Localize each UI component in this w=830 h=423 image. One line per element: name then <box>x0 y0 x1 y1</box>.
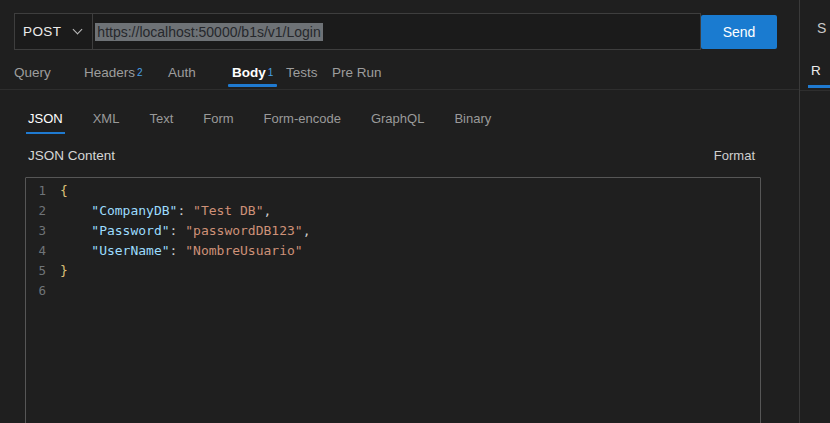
code-line: 6 <box>26 281 760 301</box>
url-input[interactable]: https://localhost:50000/b1s/v1/Login <box>93 14 700 49</box>
tab-label: Tests <box>286 65 318 80</box>
response-panel-separator <box>800 90 830 91</box>
content-header-row: JSON Content Format <box>28 146 755 164</box>
rest-client-window: POST https://localhost:50000/b1s/v1/Logi… <box>0 0 830 423</box>
tab-badge: 1 <box>268 67 274 78</box>
tab-label: Pre Run <box>332 65 382 80</box>
subtab-json[interactable]: JSON <box>28 105 63 131</box>
code-text: { <box>60 181 68 201</box>
code-text: "UserName": "NombreUsuario" <box>60 241 303 261</box>
tab-headers[interactable]: Headers2 <box>84 55 143 89</box>
tab-badge: 2 <box>137 67 143 78</box>
line-number: 2 <box>26 201 60 221</box>
response-tab[interactable]: R <box>811 63 821 78</box>
code-line: 2 "CompanyDB": "Test DB", <box>26 201 760 221</box>
response-panel: S R <box>800 0 830 423</box>
tab-auth[interactable]: Auth <box>168 55 196 89</box>
body-type-tabs: JSONXMLTextFormForm-encodeGraphQLBinary <box>28 105 491 131</box>
tab-pre-run[interactable]: Pre Run <box>332 55 382 89</box>
response-tab-underline <box>808 85 830 88</box>
url-text: https://localhost:50000/b1s/v1/Login <box>95 23 322 41</box>
line-number: 4 <box>26 241 60 261</box>
tab-body[interactable]: Body1 <box>232 55 273 89</box>
send-button[interactable]: Send <box>701 15 777 49</box>
request-tabs: QueryHeaders2AuthBody1TestsPre Run <box>0 55 799 90</box>
line-number: 1 <box>26 181 60 201</box>
tab-label: Body <box>232 65 266 80</box>
code-line: 3 "Password": "passwordDB123", <box>26 221 760 241</box>
code-line: 4 "UserName": "NombreUsuario" <box>26 241 760 261</box>
method-dropdown[interactable]: POST <box>15 14 93 49</box>
subtab-form[interactable]: Form <box>203 105 233 131</box>
json-content-label: JSON Content <box>28 148 115 163</box>
subtab-xml[interactable]: XML <box>93 105 120 131</box>
tab-query[interactable]: Query <box>14 55 51 89</box>
code-text: "Password": "passwordDB123", <box>60 221 310 241</box>
request-url-row: POST https://localhost:50000/b1s/v1/Logi… <box>14 13 777 50</box>
chevron-down-icon <box>73 25 83 35</box>
json-body-editor[interactable]: 1{2 "CompanyDB": "Test DB",3 "Password":… <box>25 177 761 423</box>
code-text: "CompanyDB": "Test DB", <box>60 201 271 221</box>
code-line: 1{ <box>26 181 760 201</box>
code-text: } <box>60 261 68 281</box>
response-panel-top-text: S <box>817 20 826 36</box>
tab-label: Query <box>14 65 51 80</box>
url-box: POST https://localhost:50000/b1s/v1/Logi… <box>14 13 701 50</box>
code-line: 5} <box>26 261 760 281</box>
line-number: 3 <box>26 221 60 241</box>
method-label: POST <box>23 24 61 39</box>
format-button[interactable]: Format <box>714 148 755 163</box>
line-number: 6 <box>26 281 60 301</box>
subtab-form-encode[interactable]: Form-encode <box>264 105 341 131</box>
subtab-text[interactable]: Text <box>149 105 173 131</box>
tab-label: Headers <box>84 65 135 80</box>
subtab-binary[interactable]: Binary <box>454 105 491 131</box>
line-number: 5 <box>26 261 60 281</box>
tab-label: Auth <box>168 65 196 80</box>
subtab-graphql[interactable]: GraphQL <box>371 105 424 131</box>
tab-tests[interactable]: Tests <box>286 55 318 89</box>
